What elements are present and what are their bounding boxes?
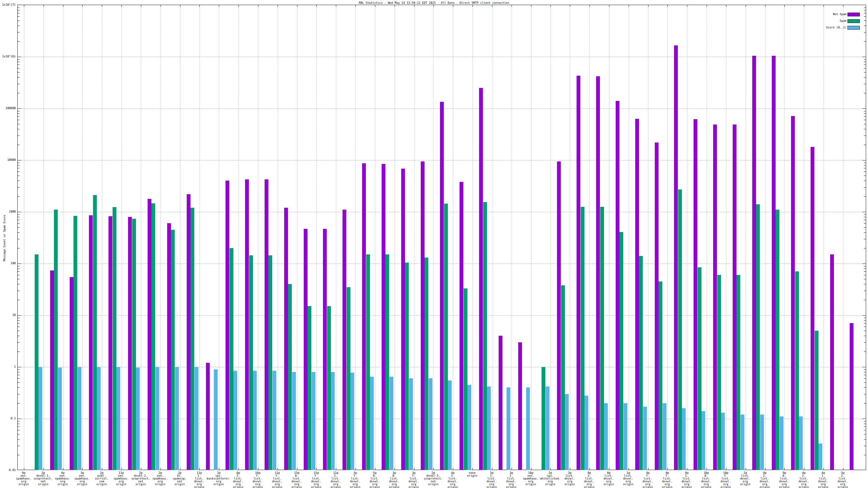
x-tick bbox=[746, 468, 746, 470]
y-minor-tick bbox=[18, 120, 20, 120]
y-minor-tick bbox=[864, 220, 866, 220]
x-tick bbox=[726, 468, 726, 470]
bar-not-spam bbox=[479, 88, 483, 470]
bar-score-0-1- bbox=[312, 372, 315, 470]
x-tick bbox=[492, 468, 492, 470]
bar-score-0-1- bbox=[370, 377, 374, 470]
bar-spam bbox=[444, 204, 448, 470]
bar-spam bbox=[229, 248, 234, 470]
y-tick bbox=[862, 108, 866, 109]
x-tick bbox=[258, 5, 258, 7]
x-tick bbox=[63, 468, 63, 470]
x-gridline bbox=[63, 5, 63, 470]
y-minor-tick bbox=[864, 279, 866, 279]
y-minor-tick bbox=[18, 77, 20, 77]
x-gridline bbox=[550, 5, 551, 470]
y-minor-tick bbox=[864, 116, 866, 117]
x-tick bbox=[239, 468, 239, 470]
y-minor-tick bbox=[18, 111, 20, 111]
x-gridline bbox=[492, 5, 492, 470]
y-tick-label: 100000 bbox=[0, 107, 16, 110]
y-minor-tick bbox=[18, 220, 20, 220]
bar-not-spam bbox=[557, 161, 561, 470]
bar-not-spam bbox=[674, 45, 678, 470]
bar-not-spam bbox=[655, 142, 658, 470]
y-minor-tick bbox=[18, 217, 20, 217]
chart-title: RBL Statistics - Wed May 14 12:58:12 EDT… bbox=[0, 1, 868, 4]
y-minor-tick bbox=[18, 375, 20, 375]
bar-spam bbox=[815, 331, 818, 470]
x-tick-label: 5@ 2. list. dnswl. org origin bbox=[829, 471, 857, 488]
x-tick bbox=[550, 468, 551, 470]
bar-spam bbox=[73, 216, 77, 470]
y-minor-tick bbox=[18, 248, 20, 249]
bar-score-0-1- bbox=[565, 394, 569, 470]
bar-not-spam bbox=[752, 56, 756, 470]
bar-score-0-1- bbox=[136, 367, 140, 470]
x-tick bbox=[180, 5, 180, 7]
x-tick bbox=[24, 468, 24, 470]
bar-score-0-1- bbox=[467, 385, 471, 470]
y-minor-tick bbox=[864, 135, 866, 136]
bar-spam bbox=[151, 203, 155, 470]
y-minor-tick bbox=[864, 300, 866, 300]
x-gridline bbox=[24, 5, 24, 470]
bar-spam bbox=[619, 232, 623, 470]
x-gridline bbox=[824, 5, 824, 470]
x-tick bbox=[355, 5, 356, 7]
y-minor-tick bbox=[864, 168, 866, 168]
x-tick bbox=[843, 468, 843, 470]
bar-score-0-1- bbox=[195, 367, 198, 470]
bar-not-spam bbox=[89, 215, 93, 470]
x-gridline bbox=[707, 5, 707, 470]
bar-score-0-1- bbox=[663, 403, 666, 470]
x-tick bbox=[102, 5, 102, 7]
y-minor-tick bbox=[864, 291, 866, 291]
x-tick bbox=[43, 468, 44, 470]
x-tick bbox=[316, 468, 317, 470]
bar-score-0-1- bbox=[116, 367, 120, 470]
y-tick bbox=[18, 315, 21, 316]
x-tick bbox=[297, 468, 298, 470]
y-minor-tick bbox=[18, 26, 20, 26]
y-minor-tick bbox=[864, 439, 866, 440]
y-tick-label: 100 bbox=[0, 262, 16, 265]
bar-spam bbox=[113, 207, 116, 470]
bar-not-spam bbox=[265, 180, 269, 470]
x-gridline bbox=[102, 5, 102, 470]
bar-not-spam bbox=[772, 56, 776, 470]
bar-not-spam bbox=[713, 125, 717, 470]
y-minor-tick bbox=[18, 266, 20, 266]
y-minor-tick bbox=[864, 93, 866, 93]
bar-not-spam bbox=[167, 223, 171, 470]
bar-spam bbox=[269, 255, 272, 470]
y-minor-tick bbox=[18, 291, 20, 291]
x-gridline bbox=[160, 5, 161, 470]
y-tick-label: 0.1 bbox=[0, 417, 16, 420]
y-tick-label: 0.01 bbox=[0, 469, 16, 471]
y-minor-tick bbox=[864, 171, 866, 172]
x-gridline bbox=[141, 5, 141, 470]
x-gridline bbox=[804, 5, 804, 470]
y-minor-tick bbox=[18, 163, 20, 163]
y-minor-tick bbox=[18, 68, 20, 68]
y-minor-tick bbox=[864, 455, 866, 455]
y-minor-tick bbox=[864, 336, 866, 336]
y-minor-tick bbox=[18, 327, 20, 327]
y-minor-tick bbox=[864, 352, 866, 352]
y-minor-tick bbox=[864, 32, 866, 32]
x-tick bbox=[512, 468, 512, 470]
x-tick bbox=[395, 5, 395, 7]
y-minor-tick bbox=[18, 165, 20, 165]
x-gridline bbox=[843, 5, 843, 470]
y-minor-tick bbox=[18, 59, 20, 60]
y-minor-tick bbox=[18, 434, 20, 434]
bar-score-0-1- bbox=[234, 371, 237, 470]
bar-spam bbox=[678, 190, 682, 470]
bar-spam bbox=[737, 275, 740, 470]
x-tick bbox=[395, 468, 395, 470]
bar-spam bbox=[288, 284, 292, 470]
bar-not-spam bbox=[343, 209, 346, 470]
bar-score-0-1- bbox=[273, 371, 276, 470]
y-minor-tick bbox=[18, 446, 20, 446]
